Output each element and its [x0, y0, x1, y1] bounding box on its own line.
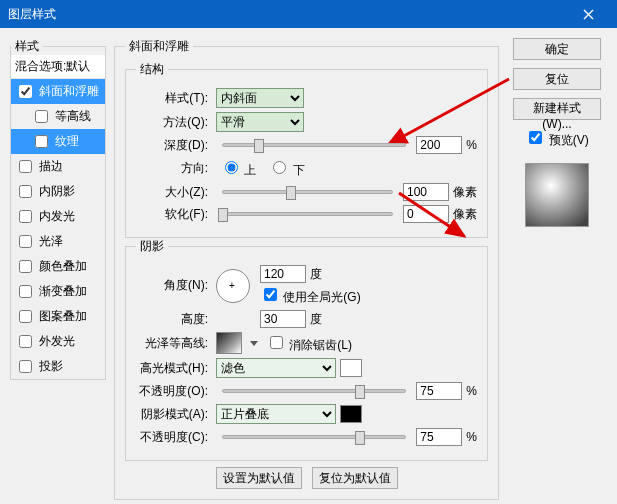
preview-toggle[interactable]: 预览(V) — [525, 128, 588, 149]
deg1: 度 — [310, 266, 322, 283]
style-inner-shadow[interactable]: 内阴影 — [11, 179, 105, 204]
sh-opacity-slider[interactable] — [222, 435, 406, 439]
inner-shadow-checkbox[interactable] — [19, 185, 32, 198]
altitude-input[interactable] — [260, 310, 306, 328]
size-label: 大小(Z): — [136, 184, 212, 201]
gloss-label: 光泽等高线: — [136, 335, 212, 352]
size-input[interactable] — [403, 183, 449, 201]
depth-label: 深度(D): — [136, 137, 212, 154]
dir-up[interactable]: 上 — [220, 158, 256, 179]
shadow-legend: 阴影 — [136, 238, 168, 255]
gradient-overlay-checkbox[interactable] — [19, 285, 32, 298]
px2: 像素 — [453, 206, 477, 223]
antialias[interactable]: 消除锯齿(L) — [266, 333, 352, 354]
soften-label: 软化(F): — [136, 206, 212, 223]
style-color-overlay[interactable]: 颜色叠加 — [11, 254, 105, 279]
style-drop-shadow[interactable]: 投影 — [11, 354, 105, 379]
texture-label: 纹理 — [55, 133, 79, 150]
soften-input[interactable] — [403, 205, 449, 223]
soften-slider[interactable] — [222, 212, 393, 216]
sh-opacity-input[interactable] — [416, 428, 462, 446]
contour-label: 等高线 — [55, 108, 91, 125]
style-gradient-overlay[interactable]: 渐变叠加 — [11, 279, 105, 304]
soften-thumb[interactable] — [218, 208, 228, 222]
close-button[interactable] — [567, 0, 609, 28]
color-overlay-label: 颜色叠加 — [39, 258, 87, 275]
hl-opacity-thumb[interactable] — [355, 385, 365, 399]
styles-list: 混合选项:默认 斜面和浮雕 等高线 纹理 描边 — [11, 55, 105, 379]
shmode-select[interactable]: 正片叠底 — [216, 404, 336, 424]
stroke-checkbox[interactable] — [19, 160, 32, 173]
reset-default-button[interactable]: 复位为默认值 — [312, 467, 398, 489]
size-thumb[interactable] — [286, 186, 296, 200]
outer-glow-checkbox[interactable] — [19, 335, 32, 348]
style-pattern-overlay[interactable]: 图案叠加 — [11, 304, 105, 329]
bevel-checkbox[interactable] — [19, 85, 32, 98]
style-satin[interactable]: 光泽 — [11, 229, 105, 254]
preview-checkbox[interactable] — [529, 131, 542, 144]
global-light[interactable]: 使用全局光(G) — [260, 285, 361, 306]
global-light-checkbox[interactable] — [264, 288, 277, 301]
satin-checkbox[interactable] — [19, 235, 32, 248]
pattern-overlay-checkbox[interactable] — [19, 310, 32, 323]
stroke-label: 描边 — [39, 158, 63, 175]
gloss-contour-picker[interactable] — [216, 332, 242, 354]
sh-opacity-thumb[interactable] — [355, 431, 365, 445]
style-contour[interactable]: 等高线 — [11, 104, 105, 129]
hl-opacity-input[interactable] — [416, 382, 462, 400]
depth-slider[interactable] — [222, 143, 406, 147]
depth-input[interactable] — [416, 136, 462, 154]
cancel-button[interactable]: 复位 — [513, 68, 601, 90]
style-outer-glow[interactable]: 外发光 — [11, 329, 105, 354]
texture-checkbox[interactable] — [35, 135, 48, 148]
gradient-overlay-label: 渐变叠加 — [39, 283, 87, 300]
set-default-button[interactable]: 设置为默认值 — [216, 467, 302, 489]
shmode-label: 阴影模式(A): — [136, 406, 212, 423]
inner-shadow-label: 内阴影 — [39, 183, 75, 200]
style-inner-glow[interactable]: 内发光 — [11, 204, 105, 229]
contour-checkbox[interactable] — [35, 110, 48, 123]
style-bevel-emboss[interactable]: 斜面和浮雕 — [11, 79, 105, 104]
styles-legend: 样式 — [11, 38, 43, 55]
inner-glow-checkbox[interactable] — [19, 210, 32, 223]
sh-color-swatch[interactable] — [340, 405, 362, 423]
hlmode-select[interactable]: 滤色 — [216, 358, 336, 378]
angle-input[interactable] — [260, 265, 306, 283]
hl-opacity-label: 不透明度(O): — [136, 383, 212, 400]
deg2: 度 — [310, 311, 322, 328]
pattern-overlay-label: 图案叠加 — [39, 308, 87, 325]
hl-color-swatch[interactable] — [340, 359, 362, 377]
bevel-group: 斜面和浮雕 结构 样式(T): 内斜面 方法(Q): 平滑 深度(D): % — [114, 38, 499, 500]
satin-label: 光泽 — [39, 233, 63, 250]
style-select[interactable]: 内斜面 — [216, 88, 304, 108]
bevel-label: 斜面和浮雕 — [39, 83, 99, 100]
angle-wheel[interactable]: + — [216, 269, 250, 303]
ok-button[interactable]: 确定 — [513, 38, 601, 60]
chevron-down-icon[interactable] — [250, 341, 258, 346]
angle-label: 角度(N): — [136, 277, 212, 294]
styles-fieldset: 样式 混合选项:默认 斜面和浮雕 等高线 纹理 — [10, 38, 106, 380]
dir-down[interactable]: 下 — [268, 158, 304, 179]
drop-shadow-checkbox[interactable] — [19, 360, 32, 373]
dir-down-radio[interactable] — [273, 161, 286, 174]
antialias-checkbox[interactable] — [270, 336, 283, 349]
method-select[interactable]: 平滑 — [216, 112, 304, 132]
structure-legend: 结构 — [136, 61, 168, 78]
color-overlay-checkbox[interactable] — [19, 260, 32, 273]
dir-up-radio[interactable] — [225, 161, 238, 174]
style-texture[interactable]: 纹理 — [11, 129, 105, 154]
preview-box — [525, 163, 589, 227]
size-slider[interactable] — [222, 190, 393, 194]
window-title: 图层样式 — [8, 0, 56, 28]
style-stroke[interactable]: 描边 — [11, 154, 105, 179]
hl-opacity-slider[interactable] — [222, 389, 406, 393]
pct: % — [466, 138, 477, 152]
blend-options-row[interactable]: 混合选项:默认 — [11, 55, 105, 79]
outer-glow-label: 外发光 — [39, 333, 75, 350]
direction-label: 方向: — [136, 160, 212, 177]
depth-thumb[interactable] — [254, 139, 264, 153]
hlmode-label: 高光模式(H): — [136, 360, 212, 377]
drop-shadow-label: 投影 — [39, 358, 63, 375]
pct3: % — [466, 430, 477, 444]
new-style-button[interactable]: 新建样式(W)... — [513, 98, 601, 120]
